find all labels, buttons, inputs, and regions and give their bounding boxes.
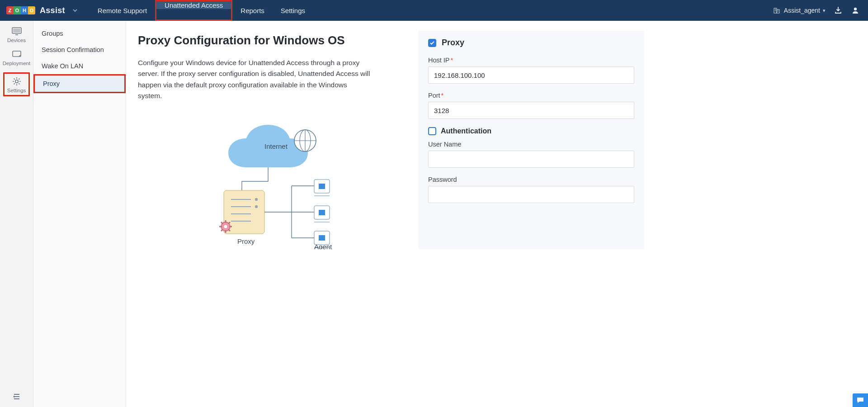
sidebar-item-deployment[interactable]: Deployment [3, 49, 30, 66]
proxy-section-label: Proxy [442, 38, 464, 47]
sidebar-label-settings: Settings [7, 88, 26, 93]
deployment-icon [11, 49, 23, 59]
agent-selector[interactable]: Assist_agent ▾ [772, 6, 826, 15]
svg-point-6 [15, 80, 18, 83]
svg-rect-30 [319, 210, 325, 215]
username-label: User Name [428, 141, 634, 148]
zoho-logo: ZOHO [6, 6, 35, 14]
authentication-checkbox[interactable] [428, 127, 436, 135]
submenu-item-session-confirmation[interactable]: Session Confirmation [33, 42, 126, 58]
top-navbar: ZOHO Assist Remote Support Unattended Ac… [0, 0, 868, 21]
tab-settings[interactable]: Settings [273, 0, 313, 21]
host-ip-label: Host IP* [428, 57, 634, 64]
top-tabs: Remote Support Unattended Access Reports… [90, 0, 313, 21]
chat-button[interactable] [853, 393, 868, 407]
tab-remote-support[interactable]: Remote Support [90, 0, 155, 21]
caret-down-icon: ▾ [823, 8, 826, 14]
username-input[interactable] [428, 151, 634, 168]
main-content: Proxy Configuration for Windows OS Confi… [126, 21, 868, 407]
proxy-enable-checkbox[interactable] [428, 39, 436, 47]
agent-name: Assist_agent [784, 7, 820, 14]
svg-rect-4 [13, 28, 20, 33]
settings-submenu: Groups Session Confirmation Wake On LAN … [33, 21, 126, 407]
submenu-item-proxy[interactable]: Proxy [33, 74, 126, 93]
product-name: Assist [40, 6, 65, 15]
password-input[interactable] [428, 186, 634, 203]
page-title: Proxy Configuration for Windows OS [138, 33, 391, 47]
brand[interactable]: ZOHO Assist [6, 6, 78, 15]
sidebar-label-devices: Devices [7, 38, 26, 43]
sidebar-item-settings[interactable]: Settings [3, 72, 30, 96]
port-label: Port* [428, 92, 634, 99]
chevron-down-icon[interactable] [72, 8, 78, 13]
svg-rect-33 [319, 235, 325, 241]
topbar-right: Assist_agent ▾ [772, 6, 860, 15]
svg-point-11 [255, 199, 257, 200]
svg-rect-27 [319, 184, 325, 189]
submenu-item-groups[interactable]: Groups [33, 25, 126, 42]
svg-point-2 [854, 8, 857, 10]
monitor-icon [11, 26, 23, 36]
host-ip-input[interactable] [428, 66, 634, 84]
user-icon[interactable] [851, 6, 860, 15]
svg-line-22 [221, 222, 223, 224]
gear-icon [11, 76, 23, 86]
svg-point-13 [255, 206, 257, 208]
tab-unattended-access[interactable]: Unattended Access [156, 1, 231, 9]
sidebar-item-devices[interactable]: Devices [7, 26, 26, 43]
port-input[interactable] [428, 102, 634, 119]
svg-line-25 [221, 229, 223, 231]
building-icon [772, 6, 781, 15]
page-description: Configure your Windows device for Unatte… [138, 57, 373, 102]
download-icon[interactable] [834, 6, 843, 15]
sidebar-label-deployment: Deployment [3, 61, 30, 66]
proxy-form: Proxy Host IP* Port* Authentication User… [418, 31, 644, 249]
authentication-label: Authentication [441, 127, 491, 135]
proxy-diagram: Internet [179, 114, 368, 249]
password-label: Password [428, 176, 634, 183]
highlight-box-tab: Unattended Access [155, 0, 232, 21]
tab-reports[interactable]: Reports [232, 0, 273, 21]
diagram-agent-label: Agent [314, 243, 332, 249]
diagram-internet-label: Internet [264, 142, 288, 150]
icon-sidebar: Devices Deployment Settings [0, 21, 33, 407]
collapse-sidebar-button[interactable] [12, 393, 21, 401]
diagram-proxy-label: Proxy [237, 237, 255, 245]
svg-point-17 [224, 225, 227, 228]
submenu-item-wake-on-lan[interactable]: Wake On LAN [33, 58, 126, 74]
